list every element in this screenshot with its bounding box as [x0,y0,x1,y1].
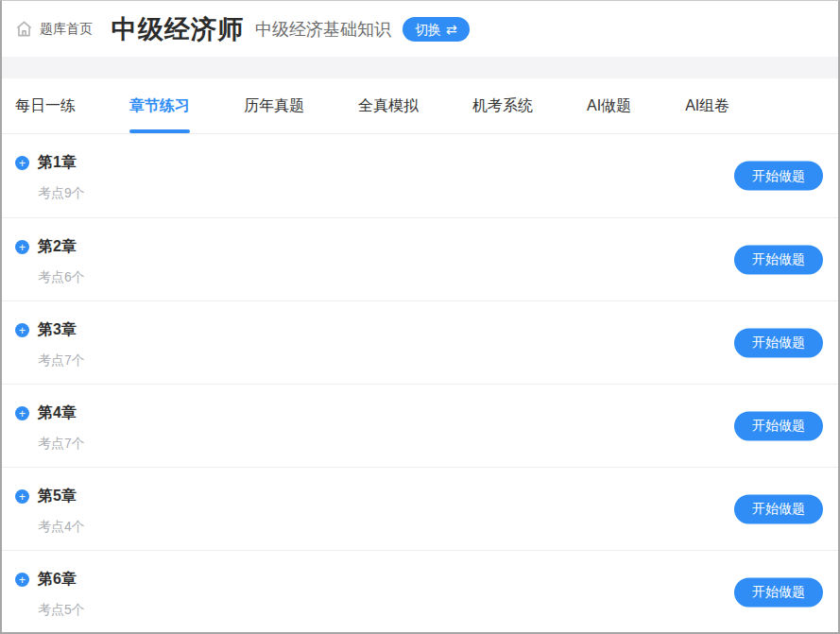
chapter-title: 第5章 [38,487,77,506]
chapter-row: + 第2章 考点6个 开始做题 [2,217,838,300]
start-practice-button[interactable]: 开始做题 [734,162,823,191]
home-icon [15,20,33,38]
chapter-expand-header[interactable]: + 第1章 [15,153,823,173]
chapter-points-count: 考点9个 [38,185,823,202]
switch-subject-button[interactable]: 切换 ⇄ [403,17,470,42]
tab-5[interactable]: 机考系统 [472,78,533,133]
chapter-expand-header[interactable]: + 第5章 [15,487,823,506]
chapter-expand-header[interactable]: + 第4章 [15,403,823,423]
chapter-expand-header[interactable]: + 第2章 [15,237,823,257]
start-practice-button[interactable]: 开始做题 [734,328,823,357]
header: 题库首页 中级经济师 中级经济基础知识 切换 ⇄ [2,1,838,57]
tab-label: 机考系统 [472,96,533,116]
expand-plus-icon[interactable]: + [15,489,29,504]
app-window: 题库首页 中级经济师 中级经济基础知识 切换 ⇄ 每日一练 章节练习 历年真题 … [0,0,840,634]
start-practice-button[interactable]: 开始做题 [734,494,823,523]
tab-label: 全真模拟 [358,96,419,116]
start-practice-button[interactable]: 开始做题 [734,411,823,440]
tab-3[interactable]: 历年真题 [244,78,304,133]
tab-2[interactable]: 章节练习 [129,78,190,133]
tab-bar: 每日一练 章节练习 历年真题 全真模拟 机考系统 AI做题 AI组卷 [2,78,838,134]
tab-7[interactable]: AI组卷 [685,78,729,133]
chapter-list: + 第1章 考点9个 开始做题 + 第2章 考点6个 开始做题 + 第3章 考点… [2,134,838,633]
chapter-row: + 第6章 考点5个 开始做题 [2,550,838,633]
tab-label: 每日一练 [15,96,76,116]
chapter-row: + 第4章 考点7个 开始做题 [2,384,838,467]
chapter-points-count: 考点4个 [38,519,823,536]
chapter-title: 第1章 [38,153,77,173]
tab-label: AI组卷 [685,96,729,116]
expand-plus-icon[interactable]: + [15,323,29,337]
swap-arrows-icon: ⇄ [446,23,457,36]
expand-plus-icon[interactable]: + [15,156,29,170]
tab-label: AI做题 [587,96,631,116]
tab-6[interactable]: AI做题 [587,78,631,133]
switch-label: 切换 [415,23,441,36]
chapter-row: + 第5章 考点4个 开始做题 [2,467,838,550]
start-practice-button[interactable]: 开始做题 [734,577,823,607]
expand-plus-icon[interactable]: + [15,573,29,587]
expand-plus-icon[interactable]: + [15,240,29,254]
tab-1[interactable]: 每日一练 [15,78,76,133]
chapter-row: + 第3章 考点7个 开始做题 [2,300,838,384]
chapter-points-count: 考点7个 [38,436,823,453]
home-label: 题库首页 [40,21,93,38]
chapter-points-count: 考点5个 [38,602,823,619]
tab-label: 章节练习 [129,96,190,116]
chapter-title: 第6章 [38,570,77,590]
chapter-points-count: 考点7个 [38,352,823,369]
subject-name: 中级经济基础知识 [255,18,391,41]
chapter-expand-header[interactable]: + 第6章 [15,570,823,590]
exam-title: 中级经济师 [111,12,244,46]
chapter-expand-header[interactable]: + 第3章 [15,320,823,340]
chapter-points-count: 考点6个 [38,269,823,286]
chapter-row: + 第1章 考点9个 开始做题 [2,134,838,217]
home-link[interactable]: 题库首页 [15,20,93,38]
chapter-title: 第4章 [38,403,77,423]
expand-plus-icon[interactable]: + [15,406,29,420]
header-divider-band [2,57,838,78]
tab-4[interactable]: 全真模拟 [358,78,419,133]
chapter-title: 第3章 [38,320,77,340]
tab-label: 历年真题 [244,96,304,116]
start-practice-button[interactable]: 开始做题 [734,245,823,274]
chapter-title: 第2章 [38,237,77,257]
